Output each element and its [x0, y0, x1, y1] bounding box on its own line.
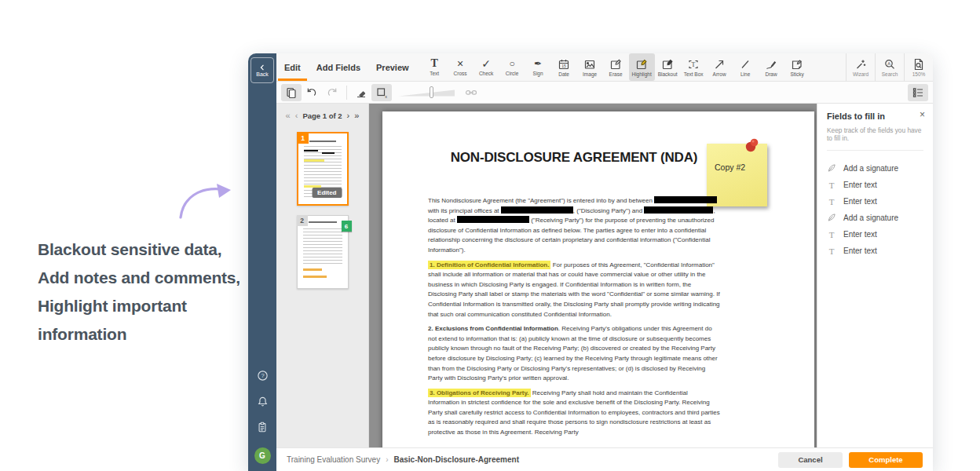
thumbnail-text-lines: [303, 228, 342, 265]
screenshot-stage: Blackout sensitive data, Add notes and c…: [0, 0, 980, 471]
arrow-tool-button[interactable]: Arrow: [707, 53, 733, 81]
page-thumbnail-2[interactable]: 2 6: [297, 215, 349, 289]
field-item-text[interactable]: T Enter text: [827, 243, 923, 259]
highlight-icon: [635, 58, 648, 71]
circle-icon: ○: [509, 58, 514, 70]
body-text: . Receiving Party's obligations under th…: [428, 325, 718, 382]
field-item-text[interactable]: T Enter text: [827, 177, 923, 193]
blackout-tool-button[interactable]: Blackout: [655, 53, 681, 81]
cross-icon: ×: [457, 58, 463, 70]
promo-text: Blackout sensitive data, Add notes and c…: [38, 236, 273, 349]
sticky-note-text: Copy #2: [715, 162, 745, 172]
undo-button[interactable]: [302, 84, 322, 101]
circle-tool-button[interactable]: ○ Circle: [499, 53, 525, 81]
complete-button[interactable]: Complete: [849, 452, 923, 468]
field-item-signature[interactable]: Add a signature: [827, 160, 923, 177]
feather-signature-icon: [827, 213, 836, 224]
fields-list-toggle-button[interactable]: [908, 84, 928, 101]
text-tool-button[interactable]: T Text: [422, 53, 448, 81]
highlight-annotation[interactable]: 3. Obligations of Receiving Party.: [428, 389, 531, 397]
blackout-redaction[interactable]: [501, 206, 573, 214]
page-thumbnail-1[interactable]: 1 Edited: [297, 132, 349, 206]
edited-badge: Edited: [312, 188, 342, 198]
document-page[interactable]: NON-DISCLOSURE AGREEMENT (NDA) Copy #2 T…: [382, 111, 814, 447]
blackout-redaction[interactable]: [644, 206, 713, 214]
sticky-note-icon: [791, 58, 803, 71]
last-page-button[interactable]: »: [354, 111, 359, 120]
crop-tool-button[interactable]: x: [371, 84, 392, 101]
image-tool-button[interactable]: Image: [577, 53, 603, 81]
highlight-annotation[interactable]: 1. Definition of Confidential Informatio…: [428, 261, 550, 269]
paragraph: This Nondisclosure Agreement (the "Agree…: [428, 196, 720, 256]
fields-count-badge: 6: [342, 221, 352, 232]
page-navigator: « ‹ Page 1 of 2 › »: [286, 104, 360, 122]
tab-edit[interactable]: Edit: [276, 53, 309, 81]
first-page-button[interactable]: «: [286, 111, 291, 120]
zoom-level-button[interactable]: 150%: [904, 53, 933, 81]
wizard-button[interactable]: Wizard: [846, 53, 875, 81]
check-icon: ✓: [481, 58, 491, 70]
tab-preview[interactable]: Preview: [368, 53, 417, 81]
help-icon[interactable]: ?: [257, 370, 269, 385]
user-avatar[interactable]: G: [254, 447, 271, 464]
next-page-button[interactable]: ›: [347, 111, 350, 120]
document-viewport: NON-DISCLOSURE AGREEMENT (NDA) Copy #2 T…: [369, 104, 817, 447]
pages-panel-toggle-button[interactable]: [281, 84, 302, 101]
back-button[interactable]: Back: [250, 57, 274, 83]
cross-tool-button[interactable]: × Cross: [448, 53, 474, 81]
slider-thumb[interactable]: [430, 86, 433, 98]
breadcrumb-survey-link[interactable]: Training Evaluation Survey: [287, 455, 380, 464]
chevron-left-icon: [258, 64, 266, 71]
search-button[interactable]: A Search: [875, 53, 904, 81]
redo-button[interactable]: [322, 84, 342, 101]
highlight-tool-button[interactable]: Highlight: [629, 53, 655, 81]
field-item-signature[interactable]: Add a signature: [827, 210, 923, 226]
image-icon: [583, 58, 596, 71]
draw-tool-button[interactable]: Draw: [759, 53, 784, 81]
blackout-redaction[interactable]: [457, 216, 529, 223]
main-column: Edit Add Fields Preview T Text × Cross ✓…: [276, 53, 933, 471]
paragraph: 1. Definition of Confidential Informatio…: [428, 261, 720, 320]
field-item-text[interactable]: T Enter text: [827, 193, 923, 210]
text-field-icon: T: [827, 230, 836, 239]
cancel-button[interactable]: Cancel: [778, 452, 843, 468]
promo-curved-arrow: [177, 182, 234, 220]
thumbnails-panel: « ‹ Page 1 of 2 › » 1 Edite: [276, 104, 369, 447]
sign-tool-button[interactable]: ✒ Sign: [525, 53, 551, 81]
blackout-redaction[interactable]: [654, 196, 717, 203]
paragraph: 3. Obligations of Receiving Party. Recei…: [428, 389, 720, 438]
svg-text:A: A: [887, 61, 890, 66]
text-field-icon: T: [827, 197, 836, 206]
check-tool-button[interactable]: ✓ Check: [474, 53, 499, 81]
eraser-button[interactable]: [351, 84, 371, 101]
thumbnail-title-line: [309, 221, 337, 223]
previous-page-button[interactable]: ‹: [295, 111, 298, 120]
slider-track: [398, 88, 455, 97]
promo-line: Add notes and comments,: [38, 264, 273, 292]
arrow-icon: [713, 58, 726, 71]
tasks-clipboard-icon[interactable]: [257, 422, 268, 436]
thickness-slider[interactable]: [398, 88, 455, 97]
breadcrumb: Training Evaluation Survey › Basic-Non-D…: [287, 455, 519, 464]
line-tool-button[interactable]: Line: [733, 53, 759, 81]
footer-bar: Training Evaluation Survey › Basic-Non-D…: [276, 447, 933, 471]
close-icon[interactable]: ×: [920, 110, 925, 119]
sticky-tool-button[interactable]: Sticky: [784, 53, 810, 81]
toolbar-right-group: Wizard A Search 150%: [846, 53, 933, 81]
erase-tool-button[interactable]: Erase: [603, 53, 629, 81]
calendar-icon: 15: [558, 58, 570, 71]
draw-pen-icon: [765, 58, 777, 71]
notifications-bell-icon[interactable]: [257, 396, 269, 411]
body-text: For purposes of this Agreement, "Confide…: [428, 261, 720, 318]
date-tool-button[interactable]: 15 Date: [551, 53, 577, 81]
tab-add-fields[interactable]: Add Fields: [309, 53, 368, 81]
signature-pen-icon: ✒: [534, 58, 542, 70]
body-text: 2. Exclusions from Confidential Informat…: [428, 325, 558, 332]
link-button[interactable]: [461, 84, 481, 101]
push-pin-icon: [744, 137, 761, 153]
back-label: Back: [256, 71, 269, 77]
field-item-text[interactable]: T Enter text: [827, 226, 923, 243]
document-body: This Nondisclosure Agreement (the "Agree…: [428, 196, 720, 443]
pages-icon: [285, 86, 298, 99]
textbox-tool-button[interactable]: T Text Box: [681, 53, 707, 81]
